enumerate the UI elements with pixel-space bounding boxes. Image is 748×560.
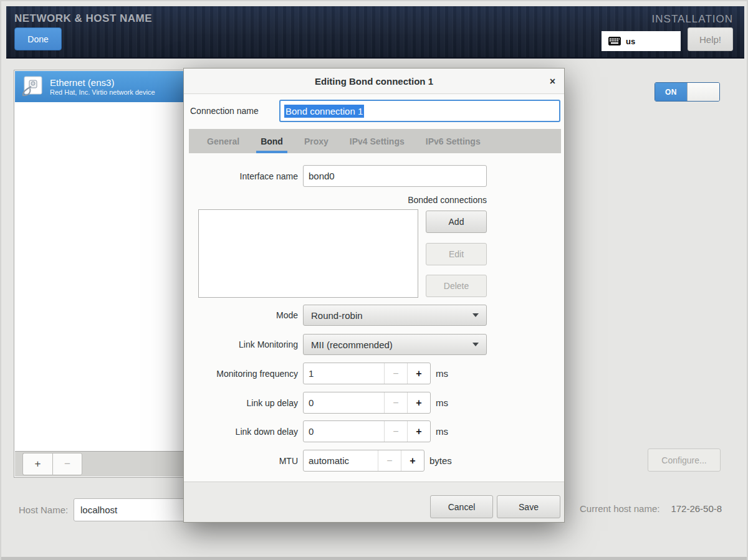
network-on-off-toggle[interactable]: ON [654,82,720,102]
minus-icon[interactable]: − [384,363,407,384]
dialog-titlebar: Editing Bond connection 1 × [184,69,564,94]
current-hostname-label: Current host name: [580,503,659,514]
add-bond-button[interactable]: Add [426,211,487,233]
device-subtitle: Red Hat, Inc. Virtio network device [50,88,155,97]
dialog-tabbar: General Bond Proxy IPv4 Settings IPv6 Se… [189,129,561,153]
mode-value: Round-robin [311,310,363,321]
link-up-delay-input[interactable] [304,392,384,413]
plus-icon[interactable]: + [407,392,430,413]
link-up-delay-unit: ms [436,392,448,414]
remove-device-button[interactable]: − [52,453,82,475]
tab-general[interactable]: General [196,129,250,153]
keyboard-icon [608,37,621,45]
keyboard-layout-code: us [626,37,635,46]
cancel-button[interactable]: Cancel [430,495,493,518]
link-down-delay-unit: ms [436,420,448,442]
tab-ipv6-settings[interactable]: IPv6 Settings [415,129,491,153]
interface-name-label: Interface name [189,165,298,187]
device-list-toolbar: + − [15,451,212,477]
mode-label: Mode [189,305,298,326]
installation-label: INSTALLATION [652,13,733,26]
link-monitoring-value: MII (recommended) [311,339,393,350]
edit-bond-dialog: Editing Bond connection 1 × Connection n… [183,68,565,523]
link-down-delay-spinner: − + [303,420,431,442]
tab-bond[interactable]: Bond [250,129,294,153]
ethernet-icon [21,76,42,97]
device-title: Ethernet (ens3) [50,77,155,88]
connection-name-label: Connection name [190,100,259,122]
plus-icon[interactable]: + [401,450,424,471]
dialog-footer: Cancel Save [184,482,564,522]
add-device-button[interactable]: + [22,453,52,475]
hostname-label: Host Name: [19,498,68,521]
minus-icon[interactable]: − [384,421,407,442]
chevron-down-icon [472,343,479,346]
toggle-on-label: ON [655,83,687,101]
mtu-unit: bytes [429,450,452,472]
page-title: NETWORK & HOST NAME [14,12,152,25]
selected-text: Bond connection 1 [284,105,364,118]
link-monitoring-label: Link Monitoring [189,334,298,355]
link-up-delay-spinner: − + [303,392,431,414]
save-button[interactable]: Save [497,495,560,518]
network-hostname-screen: NETWORK & HOST NAME Done INSTALLATION us… [0,0,748,560]
delete-bond-button[interactable]: Delete [426,275,487,297]
close-icon[interactable]: × [550,69,555,94]
header: NETWORK & HOST NAME Done INSTALLATION us… [6,6,744,59]
screen-bottom-edge [1,557,747,560]
device-list-item-ens3[interactable]: Ethernet (ens3) Red Hat, Inc. Virtio net… [15,71,212,102]
link-up-delay-label: Link up delay [189,392,298,414]
configure-button[interactable]: Configure... [648,448,721,472]
mtu-label: MTU [189,450,298,472]
bonded-connections-label: Bonded connections [303,195,487,205]
chevron-down-icon [472,313,479,317]
link-monitoring-dropdown[interactable]: MII (recommended) [303,334,487,355]
keyboard-layout-indicator[interactable]: us [602,31,681,51]
mtu-input[interactable] [304,450,378,471]
monitoring-frequency-label: Monitoring frequency [189,363,298,384]
mode-dropdown[interactable]: Round-robin [303,305,487,326]
minus-icon[interactable]: − [378,450,401,471]
tab-ipv4-settings[interactable]: IPv4 Settings [339,129,415,153]
plus-icon[interactable]: + [407,421,430,442]
tab-proxy[interactable]: Proxy [294,129,339,153]
link-down-delay-label: Link down delay [189,420,298,442]
link-down-delay-input[interactable] [304,421,384,442]
bonded-connections-list[interactable] [198,209,418,298]
current-hostname-value: 172-26-50-8 [671,503,722,514]
monitoring-frequency-input[interactable] [304,363,384,384]
interface-name-input[interactable] [303,165,487,187]
edit-bond-button[interactable]: Edit [426,243,487,265]
done-button[interactable]: Done [14,27,62,50]
monitoring-frequency-unit: ms [436,363,448,384]
toggle-knob[interactable] [687,83,719,101]
mtu-spinner: − + [303,450,424,472]
current-hostname: Current host name: 172-26-50-8 [580,503,722,514]
minus-icon[interactable]: − [384,392,407,413]
connection-name-input[interactable]: Bond connection 1 [279,100,560,122]
dialog-title: Editing Bond connection 1 [315,76,433,87]
monitoring-frequency-spinner: − + [303,363,431,384]
plus-icon[interactable]: + [407,363,430,384]
help-button[interactable]: Help! [688,27,733,51]
